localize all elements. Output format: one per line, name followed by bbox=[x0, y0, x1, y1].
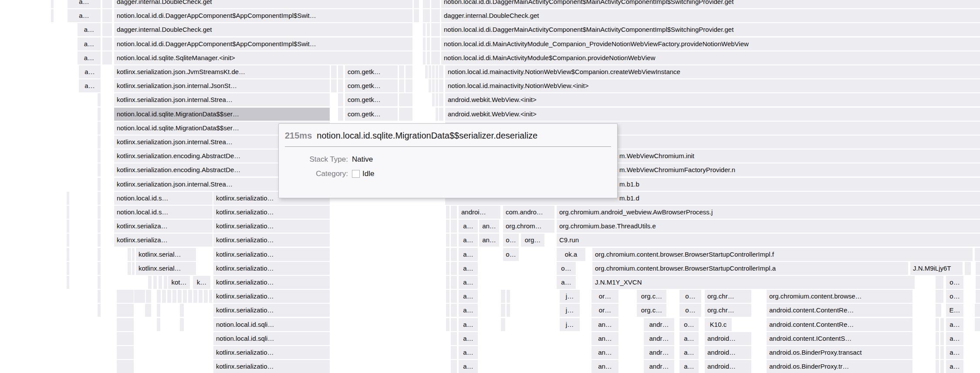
stack-frame[interactable]: a… bbox=[459, 276, 478, 289]
stack-frame[interactable] bbox=[98, 262, 101, 275]
stack-frame[interactable] bbox=[507, 290, 510, 303]
stack-frame[interactable] bbox=[134, 290, 145, 303]
stack-frame[interactable] bbox=[427, 37, 430, 51]
stack-frame[interactable] bbox=[67, 248, 69, 261]
stack-frame[interactable] bbox=[128, 248, 131, 261]
stack-frame[interactable] bbox=[451, 318, 457, 331]
stack-frame[interactable]: a… bbox=[459, 248, 478, 261]
stack-frame[interactable] bbox=[423, 51, 426, 64]
stack-frame[interactable] bbox=[446, 262, 449, 275]
stack-frame[interactable]: com.andro… bbox=[503, 206, 554, 219]
stack-frame[interactable] bbox=[436, 65, 438, 78]
stack-frame[interactable] bbox=[976, 262, 980, 275]
stack-frame[interactable]: k… bbox=[193, 276, 210, 289]
stack-frame[interactable]: J.N.M1Y_XVCN bbox=[592, 276, 915, 289]
stack-frame[interactable] bbox=[172, 290, 176, 303]
stack-frame[interactable] bbox=[98, 248, 101, 261]
stack-frame[interactable]: org.chromium.content.browser.BrowserStar… bbox=[592, 262, 908, 275]
stack-frame[interactable] bbox=[67, 262, 69, 275]
stack-frame[interactable] bbox=[439, 65, 443, 78]
stack-frame[interactable] bbox=[338, 93, 343, 106]
stack-frame[interactable] bbox=[451, 360, 457, 373]
stack-frame[interactable]: org.chromium.base.ThreadUtils.e bbox=[557, 220, 980, 233]
stack-frame[interactable] bbox=[436, 79, 438, 92]
stack-frame[interactable] bbox=[199, 290, 203, 303]
stack-frame[interactable] bbox=[180, 318, 184, 331]
stack-frame[interactable]: android.content.ContentRe… bbox=[767, 318, 912, 331]
stack-frame[interactable] bbox=[501, 290, 505, 303]
stack-frame[interactable] bbox=[446, 248, 449, 261]
stack-frame[interactable] bbox=[98, 136, 101, 149]
stack-frame[interactable] bbox=[164, 276, 167, 289]
stack-frame[interactable] bbox=[145, 304, 151, 317]
stack-frame[interactable]: j… bbox=[560, 304, 580, 317]
stack-frame[interactable] bbox=[117, 360, 134, 373]
stack-frame[interactable] bbox=[117, 290, 134, 303]
stack-frame[interactable]: android.os.BinderProxy.transact bbox=[767, 346, 912, 359]
stack-frame[interactable] bbox=[98, 178, 101, 191]
stack-frame[interactable] bbox=[451, 290, 457, 303]
stack-frame[interactable]: kotlinx.serializatio… bbox=[213, 248, 330, 261]
stack-frame[interactable] bbox=[451, 304, 457, 317]
stack-frame[interactable]: org.c… bbox=[637, 304, 666, 317]
stack-frame[interactable] bbox=[188, 290, 192, 303]
stack-frame[interactable]: com.getk… bbox=[345, 79, 398, 92]
stack-frame[interactable] bbox=[936, 346, 939, 359]
stack-frame[interactable]: o… bbox=[679, 318, 699, 331]
stack-frame[interactable]: kotlinx.serializatio… bbox=[213, 346, 330, 359]
stack-frame[interactable] bbox=[67, 276, 69, 289]
stack-frame[interactable]: an… bbox=[591, 318, 618, 331]
stack-frame[interactable]: kotlinx.serializatio… bbox=[213, 220, 330, 233]
stack-frame[interactable]: a… bbox=[79, 79, 101, 92]
stack-frame[interactable] bbox=[157, 318, 160, 331]
stack-frame[interactable] bbox=[976, 290, 980, 303]
stack-frame[interactable]: org.chr… bbox=[705, 304, 751, 317]
stack-frame[interactable] bbox=[338, 79, 343, 92]
stack-frame[interactable] bbox=[446, 234, 449, 247]
stack-frame[interactable] bbox=[102, 9, 112, 22]
stack-frame[interactable]: a… bbox=[459, 332, 478, 345]
stack-frame[interactable]: kotlinx.serializatio… bbox=[213, 290, 330, 303]
stack-frame[interactable]: org.chromium.content.browser.BrowserStar… bbox=[592, 248, 973, 261]
stack-frame[interactable] bbox=[338, 108, 343, 121]
stack-frame[interactable] bbox=[940, 360, 944, 373]
stack-frame[interactable] bbox=[976, 276, 980, 289]
stack-frame[interactable]: kotlinx.serializa… bbox=[114, 220, 213, 233]
stack-frame[interactable] bbox=[431, 23, 440, 36]
stack-frame[interactable] bbox=[162, 290, 166, 303]
stack-frame[interactable] bbox=[423, 23, 426, 36]
stack-frame[interactable] bbox=[446, 304, 449, 317]
stack-frame[interactable]: or… bbox=[591, 290, 618, 303]
stack-frame[interactable]: a… bbox=[679, 332, 699, 345]
stack-frame[interactable] bbox=[414, 9, 419, 22]
stack-frame[interactable] bbox=[331, 65, 337, 78]
stack-frame[interactable]: notion.local.id.di.DaggerAppComponent$Ap… bbox=[114, 9, 412, 22]
stack-frame[interactable] bbox=[439, 108, 443, 121]
stack-frame[interactable]: a… bbox=[459, 234, 478, 247]
stack-frame[interactable] bbox=[98, 290, 101, 303]
stack-frame[interactable] bbox=[431, 51, 440, 64]
stack-frame[interactable]: kotlinx.serializa… bbox=[114, 234, 213, 247]
stack-frame[interactable] bbox=[451, 262, 457, 275]
stack-frame[interactable]: a… bbox=[78, 51, 101, 64]
stack-frame[interactable]: kotlinx.serial… bbox=[136, 262, 196, 275]
stack-frame[interactable]: org… bbox=[521, 234, 544, 247]
stack-frame[interactable]: dagger.internal.DoubleCheck.get bbox=[114, 23, 412, 36]
stack-frame[interactable]: ok.a bbox=[557, 248, 585, 261]
stack-frame[interactable] bbox=[128, 262, 131, 275]
stack-frame[interactable]: K10.c bbox=[705, 318, 732, 331]
stack-frame[interactable] bbox=[153, 276, 157, 289]
stack-frame[interactable]: o… bbox=[679, 290, 701, 303]
stack-frame[interactable] bbox=[102, 23, 112, 36]
stack-frame[interactable] bbox=[975, 304, 980, 317]
stack-frame[interactable] bbox=[427, 51, 430, 64]
stack-frame[interactable] bbox=[159, 276, 162, 289]
stack-frame[interactable]: a… bbox=[946, 346, 963, 359]
stack-frame[interactable] bbox=[446, 290, 449, 303]
stack-frame[interactable]: kotlinx.serializatio… bbox=[213, 234, 330, 247]
stack-frame[interactable]: notion.local.id.di.DaggerAppComponent$Ap… bbox=[114, 37, 412, 51]
stack-frame[interactable] bbox=[178, 290, 182, 303]
stack-frame[interactable]: android.content.IContentS… bbox=[767, 332, 912, 345]
stack-frame[interactable] bbox=[423, 37, 426, 51]
stack-frame[interactable]: o… bbox=[503, 248, 519, 261]
